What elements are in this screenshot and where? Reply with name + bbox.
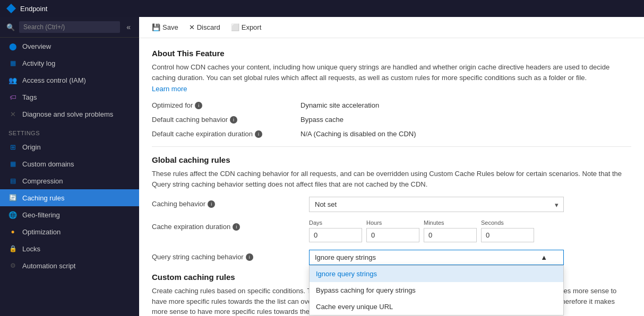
- search-bar: 🔍 «: [0, 17, 139, 38]
- minutes-label: Minutes: [424, 220, 477, 226]
- sidebar-item-label: Overview: [22, 42, 51, 50]
- content-body: About This Feature Control how CDN cache…: [139, 38, 644, 316]
- sidebar-item-access-control[interactable]: 👥 Access control (IAM): [0, 72, 139, 89]
- sidebar-item-compression[interactable]: ▤ Compression: [0, 172, 139, 189]
- sidebar-item-label: Access control (IAM): [22, 76, 86, 84]
- cache-expiration-label: Cache expiration duration i: [152, 220, 300, 231]
- toolbar: 💾 Save ✕ Discard ⬜ Export: [139, 17, 644, 38]
- origin-icon: ⊞: [8, 143, 17, 151]
- overview-icon: ⬤: [8, 42, 17, 50]
- optimized-for-info-icon[interactable]: i: [195, 102, 202, 109]
- query-string-label: Query string caching behavior i: [152, 250, 300, 261]
- duration-days: Days: [309, 220, 362, 242]
- sidebar-item-optimization[interactable]: ● Optimization: [0, 223, 139, 240]
- dropdown-item-ignore[interactable]: Ignore query strings: [310, 266, 563, 282]
- sidebar-item-caching-rules[interactable]: 🔄 Caching rules: [0, 189, 139, 206]
- sidebar-item-diagnose[interactable]: ✕ Diagnose and solve problems: [0, 106, 139, 122]
- save-button[interactable]: 💾 Save: [148, 21, 183, 33]
- default-caching-value: Bypass cache: [300, 116, 631, 124]
- query-string-control: Ignore query strings ▲ Ignore query stri…: [309, 250, 564, 265]
- sidebar-item-label: Locks: [22, 245, 40, 253]
- default-expiration-info-icon[interactable]: i: [255, 130, 262, 138]
- optimized-for-value: Dynamic site acceleration: [300, 101, 631, 109]
- dropdown-item-bypass[interactable]: Bypass caching for query strings: [310, 282, 563, 299]
- collapse-button[interactable]: «: [124, 22, 133, 32]
- sidebar-item-label: Tags: [22, 93, 37, 101]
- people-icon: 👥: [8, 76, 17, 84]
- logo-icon: [6, 4, 16, 13]
- sidebar-item-locks[interactable]: 🔒 Locks: [0, 240, 139, 257]
- caching-behavior-select[interactable]: Not set: [309, 197, 564, 212]
- hours-label: Hours: [366, 220, 419, 226]
- sidebar: 🔍 « ⬤ Overview ▦ Activity log 👥 Access c…: [0, 17, 139, 316]
- search-input[interactable]: [19, 21, 120, 33]
- tag-icon: 🏷: [8, 93, 17, 101]
- duration-controls: Days Hours Minutes Seconds: [309, 220, 564, 242]
- sidebar-item-label: Optimization: [22, 228, 61, 236]
- caching-behavior-label: Caching behavior i: [152, 197, 300, 208]
- query-string-row: Query string caching behavior i Ignore q…: [152, 250, 631, 265]
- sidebar-item-custom-domains[interactable]: ▦ Custom domains: [0, 155, 139, 172]
- custom-domains-icon: ▦: [8, 160, 17, 168]
- sidebar-item-label: Activity log: [22, 59, 55, 67]
- global-caching-desc: These rules affect the CDN caching behav…: [152, 169, 631, 189]
- search-icon: 🔍: [6, 23, 15, 31]
- caching-behavior-row: Caching behavior i Not set ▾: [152, 197, 631, 212]
- default-caching-label: Default caching behavior i: [152, 116, 300, 124]
- duration-hours: Hours: [366, 220, 419, 242]
- query-string-dropdown: Ignore query strings Bypass caching for …: [309, 265, 564, 315]
- opt-icon: ●: [8, 227, 17, 236]
- days-label: Days: [309, 220, 362, 226]
- dropdown-item-unique[interactable]: Cache every unique URL: [310, 299, 563, 315]
- hours-input[interactable]: [366, 228, 419, 242]
- sidebar-item-label: Geo-filtering: [22, 211, 60, 219]
- sidebar-item-label: Origin: [22, 143, 41, 151]
- top-bar: Endpoint: [0, 0, 644, 17]
- caching-behavior-control: Not set ▾: [309, 197, 564, 212]
- discard-icon: ✕: [189, 23, 195, 31]
- activity-log-icon: ▦: [8, 59, 17, 67]
- query-string-info-icon[interactable]: i: [246, 253, 253, 261]
- default-caching-info-icon[interactable]: i: [230, 116, 237, 124]
- global-caching-title: Global caching rules: [152, 155, 631, 164]
- sidebar-item-label: Automation script: [22, 262, 75, 270]
- script-icon: ⚙: [8, 261, 17, 270]
- compression-icon: ▤: [8, 177, 17, 185]
- optimized-for-label: Optimized for i: [152, 101, 300, 109]
- about-description: Control how CDN caches your content, inc…: [152, 62, 631, 83]
- days-input[interactable]: [309, 228, 362, 242]
- duration-group: Days Hours Minutes Seconds: [309, 220, 564, 242]
- export-button[interactable]: ⬜ Export: [227, 21, 266, 33]
- cache-expiration-row: Cache expiration duration i Days Hours: [152, 220, 631, 242]
- sidebar-item-automation-script[interactable]: ⚙ Automation script: [0, 257, 139, 274]
- sidebar-item-label: Diagnose and solve problems: [22, 110, 113, 118]
- default-expiration-value: N/A (Caching is disabled on the CDN): [300, 130, 631, 138]
- seconds-label: Seconds: [481, 220, 534, 226]
- caching-behavior-info-icon[interactable]: i: [208, 200, 215, 208]
- save-icon: 💾: [152, 23, 160, 31]
- wrench-icon: ✕: [8, 110, 17, 118]
- query-string-select[interactable]: Ignore query strings ▲: [309, 250, 564, 265]
- sidebar-item-label: Caching rules: [22, 194, 65, 202]
- seconds-input[interactable]: [481, 228, 534, 242]
- caching-icon: 🔄: [8, 194, 17, 202]
- query-string-chevron-icon: ▲: [540, 253, 547, 261]
- about-title: About This Feature: [152, 49, 631, 58]
- sidebar-item-geo-filtering[interactable]: 🌐 Geo-filtering: [0, 206, 139, 223]
- geo-icon: 🌐: [8, 210, 17, 219]
- sidebar-item-label: Custom domains: [22, 160, 74, 168]
- sidebar-item-tags[interactable]: 🏷 Tags: [0, 89, 139, 106]
- duration-minutes: Minutes: [424, 220, 477, 242]
- learn-more-link[interactable]: Learn more: [152, 85, 187, 93]
- discard-button[interactable]: ✕ Discard: [185, 21, 225, 33]
- sidebar-item-label: Compression: [22, 177, 63, 185]
- minutes-input[interactable]: [424, 228, 477, 242]
- default-expiration-label: Default cache expiration duration i: [152, 130, 300, 138]
- content-area: 💾 Save ✕ Discard ⬜ Export About This Fea…: [139, 17, 644, 316]
- sidebar-item-origin[interactable]: ⊞ Origin: [0, 138, 139, 155]
- sidebar-item-overview[interactable]: ⬤ Overview: [0, 38, 139, 55]
- cache-expiration-info-icon[interactable]: i: [233, 223, 240, 231]
- settings-section-label: SETTINGS: [0, 122, 139, 138]
- app-title: Endpoint: [20, 5, 47, 13]
- sidebar-item-activity-log[interactable]: ▦ Activity log: [0, 55, 139, 72]
